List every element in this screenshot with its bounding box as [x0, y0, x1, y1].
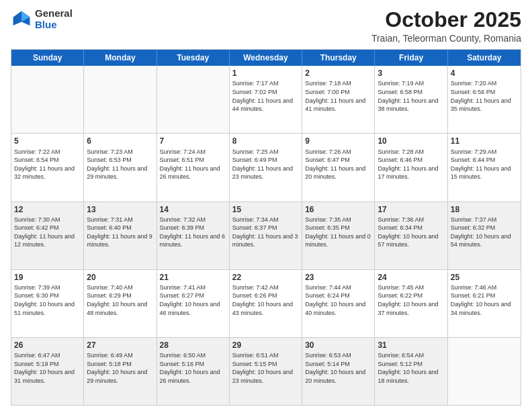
calendar-header-cell: Sunday: [11, 50, 84, 66]
calendar-cell: 28Sunrise: 6:50 AM Sunset: 5:16 PM Dayli…: [157, 338, 230, 405]
cell-info: Sunrise: 7:24 AM Sunset: 6:51 PM Dayligh…: [160, 148, 226, 181]
cell-info: Sunrise: 7:41 AM Sunset: 6:27 PM Dayligh…: [160, 283, 226, 317]
cell-info: Sunrise: 7:23 AM Sunset: 6:53 PM Dayligh…: [87, 148, 153, 181]
calendar-cell: 30Sunrise: 6:53 AM Sunset: 5:14 PM Dayli…: [302, 338, 375, 405]
day-number: 10: [378, 136, 444, 146]
day-number: 26: [14, 340, 81, 351]
day-number: 1: [232, 68, 299, 79]
calendar-cell: [448, 338, 521, 405]
day-number: 9: [305, 136, 371, 146]
day-number: 23: [305, 272, 371, 283]
cell-info: Sunrise: 7:25 AM Sunset: 6:49 PM Dayligh…: [232, 148, 299, 181]
cell-info: Sunrise: 7:31 AM Sunset: 6:40 PM Dayligh…: [87, 216, 153, 249]
logo-text: General Blue: [35, 8, 73, 30]
title-block: October 2025 Traian, Teleorman County, R…: [371, 8, 521, 44]
header: General Blue October 2025 Traian, Teleor…: [11, 8, 521, 44]
day-number: 20: [87, 272, 153, 283]
calendar-cell: 1Sunrise: 7:17 AM Sunset: 7:02 PM Daylig…: [230, 66, 302, 133]
calendar-week: 5Sunrise: 7:22 AM Sunset: 6:54 PM Daylig…: [11, 134, 521, 201]
day-number: 18: [451, 204, 518, 215]
cell-info: Sunrise: 7:22 AM Sunset: 6:54 PM Dayligh…: [14, 148, 81, 181]
calendar-header-cell: Thursday: [302, 50, 375, 66]
day-number: 25: [451, 272, 518, 283]
calendar-cell: 21Sunrise: 7:41 AM Sunset: 6:27 PM Dayli…: [157, 270, 230, 337]
logo-general-text: General: [35, 8, 73, 19]
cell-info: Sunrise: 7:18 AM Sunset: 7:00 PM Dayligh…: [305, 79, 371, 113]
logo-blue-text: Blue: [35, 19, 73, 31]
calendar-cell: 24Sunrise: 7:45 AM Sunset: 6:22 PM Dayli…: [375, 270, 447, 337]
cell-info: Sunrise: 6:47 AM Sunset: 5:19 PM Dayligh…: [14, 351, 81, 385]
calendar-header-cell: Saturday: [448, 50, 521, 66]
calendar-cell: 15Sunrise: 7:34 AM Sunset: 6:37 PM Dayli…: [230, 202, 302, 269]
cell-info: Sunrise: 6:53 AM Sunset: 5:14 PM Dayligh…: [305, 351, 371, 385]
cell-info: Sunrise: 7:37 AM Sunset: 6:32 PM Dayligh…: [451, 216, 518, 249]
day-number: 19: [14, 272, 81, 283]
calendar-cell: 2Sunrise: 7:18 AM Sunset: 7:00 PM Daylig…: [302, 66, 375, 133]
cell-info: Sunrise: 7:44 AM Sunset: 6:24 PM Dayligh…: [305, 283, 371, 317]
calendar-cell: 19Sunrise: 7:39 AM Sunset: 6:30 PM Dayli…: [11, 270, 84, 337]
cell-info: Sunrise: 7:19 AM Sunset: 6:58 PM Dayligh…: [378, 79, 444, 113]
cell-info: Sunrise: 7:34 AM Sunset: 6:37 PM Dayligh…: [232, 216, 299, 249]
day-number: 2: [305, 68, 371, 79]
day-number: 22: [232, 272, 299, 283]
calendar-header-cell: Monday: [84, 50, 157, 66]
cell-info: Sunrise: 7:46 AM Sunset: 6:21 PM Dayligh…: [451, 283, 518, 317]
calendar-cell: 10Sunrise: 7:28 AM Sunset: 6:46 PM Dayli…: [375, 134, 447, 201]
cell-info: Sunrise: 7:32 AM Sunset: 6:39 PM Dayligh…: [160, 216, 226, 249]
calendar-cell: 26Sunrise: 6:47 AM Sunset: 5:19 PM Dayli…: [11, 338, 84, 405]
calendar-week: 19Sunrise: 7:39 AM Sunset: 6:30 PM Dayli…: [11, 270, 521, 338]
cell-info: Sunrise: 7:36 AM Sunset: 6:34 PM Dayligh…: [378, 216, 444, 249]
cell-info: Sunrise: 6:54 AM Sunset: 5:12 PM Dayligh…: [378, 351, 444, 385]
cell-info: Sunrise: 6:50 AM Sunset: 5:16 PM Dayligh…: [160, 351, 226, 385]
day-number: 4: [451, 68, 518, 79]
day-number: 16: [305, 204, 371, 215]
day-number: 21: [160, 272, 226, 283]
calendar: SundayMondayTuesdayWednesdayThursdayFrid…: [11, 49, 521, 406]
day-number: 31: [378, 340, 444, 351]
calendar-cell: 12Sunrise: 7:30 AM Sunset: 6:42 PM Dayli…: [11, 202, 84, 269]
day-number: 14: [160, 204, 226, 215]
calendar-cell: [11, 66, 84, 133]
main-title: October 2025: [371, 8, 521, 32]
calendar-week: 12Sunrise: 7:30 AM Sunset: 6:42 PM Dayli…: [11, 202, 521, 270]
calendar-cell: 29Sunrise: 6:51 AM Sunset: 5:15 PM Dayli…: [230, 338, 302, 405]
calendar-cell: [157, 66, 230, 133]
calendar-cell: 11Sunrise: 7:29 AM Sunset: 6:44 PM Dayli…: [448, 134, 521, 201]
day-number: 30: [305, 340, 371, 351]
calendar-cell: 4Sunrise: 7:20 AM Sunset: 6:56 PM Daylig…: [448, 66, 521, 133]
day-number: 8: [232, 136, 299, 146]
calendar-cell: 7Sunrise: 7:24 AM Sunset: 6:51 PM Daylig…: [157, 134, 230, 201]
calendar-header-cell: Friday: [375, 50, 447, 66]
calendar-cell: 3Sunrise: 7:19 AM Sunset: 6:58 PM Daylig…: [375, 66, 447, 133]
calendar-cell: 31Sunrise: 6:54 AM Sunset: 5:12 PM Dayli…: [375, 338, 447, 405]
day-number: 29: [232, 340, 299, 351]
subtitle: Traian, Teleorman County, Romania: [371, 33, 521, 44]
day-number: 24: [378, 272, 444, 283]
calendar-cell: 25Sunrise: 7:46 AM Sunset: 6:21 PM Dayli…: [448, 270, 521, 337]
day-number: 3: [378, 68, 444, 79]
calendar-cell: 17Sunrise: 7:36 AM Sunset: 6:34 PM Dayli…: [375, 202, 447, 269]
day-number: 5: [14, 136, 81, 146]
cell-info: Sunrise: 7:26 AM Sunset: 6:47 PM Dayligh…: [305, 148, 371, 181]
calendar-header: SundayMondayTuesdayWednesdayThursdayFrid…: [11, 50, 521, 66]
calendar-cell: 9Sunrise: 7:26 AM Sunset: 6:47 PM Daylig…: [302, 134, 375, 201]
calendar-cell: 27Sunrise: 6:49 AM Sunset: 5:18 PM Dayli…: [84, 338, 157, 405]
cell-info: Sunrise: 7:39 AM Sunset: 6:30 PM Dayligh…: [14, 283, 81, 317]
day-number: 27: [87, 340, 153, 351]
calendar-cell: 18Sunrise: 7:37 AM Sunset: 6:32 PM Dayli…: [448, 202, 521, 269]
calendar-cell: [84, 66, 157, 133]
day-number: 28: [160, 340, 226, 351]
day-number: 7: [160, 136, 226, 146]
cell-info: Sunrise: 7:17 AM Sunset: 7:02 PM Dayligh…: [232, 79, 299, 113]
logo: General Blue: [11, 8, 73, 30]
day-number: 17: [378, 204, 444, 215]
calendar-cell: 16Sunrise: 7:35 AM Sunset: 6:35 PM Dayli…: [302, 202, 375, 269]
calendar-cell: 14Sunrise: 7:32 AM Sunset: 6:39 PM Dayli…: [157, 202, 230, 269]
cell-info: Sunrise: 7:28 AM Sunset: 6:46 PM Dayligh…: [378, 148, 444, 181]
day-number: 12: [14, 204, 81, 215]
cell-info: Sunrise: 6:49 AM Sunset: 5:18 PM Dayligh…: [87, 351, 153, 385]
calendar-header-cell: Wednesday: [230, 50, 302, 66]
calendar-cell: 23Sunrise: 7:44 AM Sunset: 6:24 PM Dayli…: [302, 270, 375, 337]
calendar-cell: 8Sunrise: 7:25 AM Sunset: 6:49 PM Daylig…: [230, 134, 302, 201]
cell-info: Sunrise: 7:35 AM Sunset: 6:35 PM Dayligh…: [305, 216, 371, 249]
